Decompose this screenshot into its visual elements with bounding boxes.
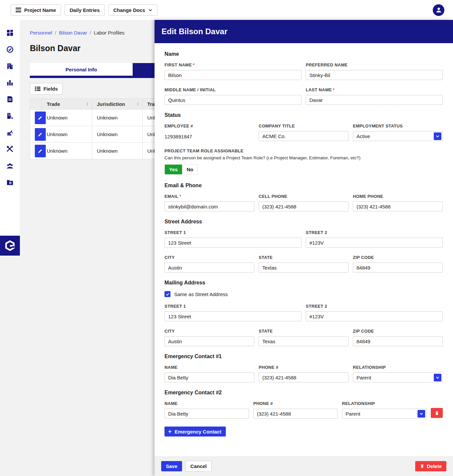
role-assignable-toggle: Yes No [164, 164, 198, 175]
edit-row-button[interactable] [35, 112, 46, 124]
mailing-zip-field: ZIP CODE [353, 329, 443, 346]
first-name-input[interactable] [164, 70, 301, 80]
company-icon[interactable] [6, 62, 14, 70]
section-heading-street-address: Street Address [164, 219, 443, 225]
checklist-icon[interactable] [6, 45, 14, 53]
tools-icon[interactable] [6, 145, 14, 153]
home-phone-input[interactable] [353, 201, 443, 211]
required-marker: * [193, 62, 194, 67]
toggle-yes-button[interactable]: Yes [165, 165, 182, 174]
breadcrumb-bilson-davar-link[interactable]: Bilson Davar [59, 30, 87, 36]
street2-field: STREET 2 [306, 230, 443, 248]
city-input[interactable] [164, 263, 254, 273]
ec2-phone-label: PHONE # [253, 401, 273, 406]
daily-entries-button[interactable]: Daily Entries [65, 4, 105, 16]
role-assignable-helper: Can this person be assigned a Project Te… [164, 155, 443, 160]
cell-phone-input[interactable] [259, 201, 349, 211]
change-docs-button[interactable]: Change Docs [108, 4, 158, 16]
save-button[interactable]: Save [161, 461, 182, 471]
mailing-city-label: CITY [164, 329, 175, 334]
trash-icon [434, 411, 439, 416]
employment-status-field: EMPLOYMENT STATUS Active [353, 123, 443, 141]
role-assignable-field: PROJECT TEAM ROLE ASSIGNABLE Can this pe… [164, 148, 443, 175]
ec2-phone-input[interactable] [253, 409, 338, 419]
ec2-phone-field: PHONE # [253, 401, 338, 419]
breadcrumb-personnel-link[interactable]: Personnel [30, 30, 52, 36]
sort-icon[interactable]: ▲▼ [86, 102, 89, 106]
street1-label: STREET 1 [164, 230, 186, 235]
chevron-down-icon [434, 374, 441, 381]
column-header-jurisdiction[interactable]: Jurisdiction ▲▼ [92, 99, 143, 110]
section-heading-emergency-contact-2: Emergency Contact #2 [164, 390, 443, 396]
column-header-trade[interactable]: Trade ▲▼ [42, 99, 92, 110]
street2-input[interactable] [306, 238, 443, 248]
ec2-name-label: NAME [164, 401, 177, 406]
section-heading-name: Name [164, 51, 443, 57]
ec1-phone-field: PHONE # [259, 365, 349, 382]
trash-icon [420, 464, 424, 468]
directory-icon[interactable] [6, 112, 14, 120]
same-as-street-checkbox-row[interactable]: Same as Street Address [164, 291, 443, 297]
mailing-city-input[interactable] [164, 336, 254, 346]
ec2-relationship-select[interactable]: Parent [342, 409, 426, 419]
table-cell: Unknown [92, 110, 143, 126]
project-name-button[interactable]: Project Name [11, 4, 61, 16]
checkbox-checked-icon[interactable] [164, 291, 170, 297]
cancel-button[interactable]: Cancel [185, 461, 212, 472]
edit-panel: Edit Bilson Davar Name FIRST NAME* PREFE… [155, 20, 453, 476]
select-value: Parent [356, 375, 371, 380]
mailing-state-input[interactable] [259, 336, 349, 346]
dashboard-icon[interactable] [6, 29, 14, 37]
excavator-icon[interactable] [6, 128, 14, 136]
fields-button[interactable]: Fields [30, 83, 63, 95]
add-emergency-contact-button[interactable]: + Emergency Contact [164, 427, 226, 436]
select-value: Active [356, 133, 370, 139]
app-logo[interactable] [0, 236, 20, 256]
photo-folder-icon[interactable] [6, 178, 14, 186]
street2-label: STREET 2 [306, 230, 327, 235]
toggle-no-button[interactable]: No [182, 165, 198, 174]
panel-title: Edit Bilson Davar [162, 27, 227, 36]
top-bar: Project Name Daily Entries Change Docs [0, 0, 453, 20]
sort-icon[interactable]: ▲▼ [137, 102, 139, 106]
first-name-field: FIRST NAME* [164, 62, 301, 80]
street1-input[interactable] [164, 238, 301, 248]
employment-status-select[interactable]: Active [353, 131, 443, 141]
state-label: STATE [259, 255, 273, 260]
email-input[interactable] [164, 201, 254, 211]
edit-column-header [30, 99, 42, 110]
edit-row-button[interactable] [35, 128, 46, 141]
ec2-name-input[interactable] [164, 409, 249, 419]
chevron-down-icon [434, 132, 441, 140]
ec2-delete-button[interactable] [431, 408, 443, 418]
change-docs-label: Change Docs [113, 7, 145, 13]
document-icon[interactable] [6, 95, 14, 103]
last-name-input[interactable] [306, 95, 443, 105]
mailing-street1-input[interactable] [164, 311, 301, 321]
delete-button[interactable]: Delete [415, 461, 446, 471]
crew-icon[interactable] [6, 162, 14, 170]
employee-number-label: EMPLOYEE # [164, 123, 193, 128]
company-title-input[interactable] [259, 131, 349, 141]
edit-row-button[interactable] [35, 145, 46, 157]
zip-field: ZIP CODE [353, 255, 443, 273]
middle-name-field: MIDDLE NAME / INITIAL [164, 87, 301, 105]
section-heading-status: Status [164, 112, 443, 118]
mailing-street2-input[interactable] [306, 311, 443, 321]
ec1-phone-input[interactable] [259, 372, 349, 382]
ec1-name-input[interactable] [164, 372, 254, 382]
ec2-relationship-field: RELATIONSHIP Parent [342, 401, 426, 419]
bar-chart-icon[interactable] [6, 79, 14, 87]
pencil-icon [37, 148, 43, 154]
mailing-street1-field: STREET 1 [164, 304, 301, 321]
mailing-zip-input[interactable] [353, 336, 443, 346]
ec1-relationship-select[interactable]: Parent [353, 372, 443, 382]
cell-phone-field: CELL PHONE [259, 194, 349, 211]
zip-input[interactable] [353, 263, 443, 273]
tab-personal-info[interactable]: Personal Info [30, 63, 133, 76]
middle-name-input[interactable] [164, 95, 301, 105]
table-cell: Unknown [42, 126, 92, 143]
state-input[interactable] [259, 263, 349, 273]
user-avatar[interactable] [433, 4, 444, 16]
preferred-name-input[interactable] [306, 70, 443, 80]
